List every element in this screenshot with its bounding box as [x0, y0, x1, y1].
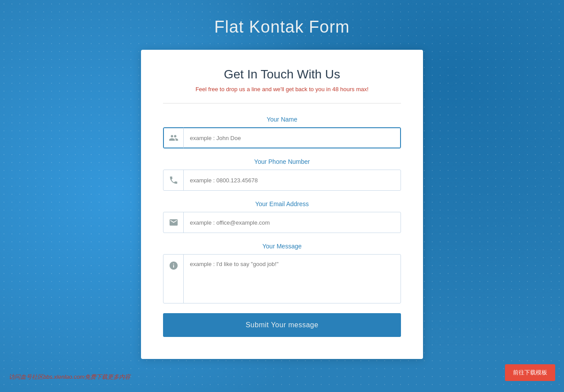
name-input[interactable] — [184, 129, 401, 147]
phone-label: Your Phone Number — [163, 158, 401, 165]
email-icon — [163, 212, 184, 233]
form-heading: Get In Touch With Us — [163, 67, 401, 81]
email-input[interactable] — [184, 214, 401, 231]
message-label: Your Message — [163, 243, 401, 250]
email-label: Your Email Address — [163, 200, 401, 207]
name-input-wrapper — [163, 127, 401, 148]
phone-icon — [163, 170, 184, 190]
message-field-group: Your Message — [163, 243, 401, 303]
message-input-wrapper — [163, 254, 401, 303]
info-icon — [163, 255, 184, 303]
download-link[interactable]: 前往下载模板 — [505, 364, 555, 381]
submit-button[interactable]: Submit Your message — [163, 313, 401, 337]
form-card: Get In Touch With Us Feel free to drop u… — [141, 50, 423, 359]
email-field-group: Your Email Address — [163, 200, 401, 233]
form-subheading: Feel free to drop us a line and we'll ge… — [163, 86, 401, 92]
message-input[interactable] — [184, 255, 401, 303]
phone-input-wrapper — [163, 170, 401, 191]
name-label: Your Name — [163, 116, 401, 123]
phone-field-group: Your Phone Number — [163, 158, 401, 191]
person-icon — [163, 128, 184, 148]
name-field-group: Your Name — [163, 116, 401, 148]
divider — [163, 103, 401, 104]
watermark: 访问血号社区bbs.xlenlao.com免费下载更多内容 — [9, 373, 130, 381]
page-title: Flat Kontak Form — [214, 18, 349, 37]
email-input-wrapper — [163, 212, 401, 233]
phone-input[interactable] — [184, 172, 401, 189]
